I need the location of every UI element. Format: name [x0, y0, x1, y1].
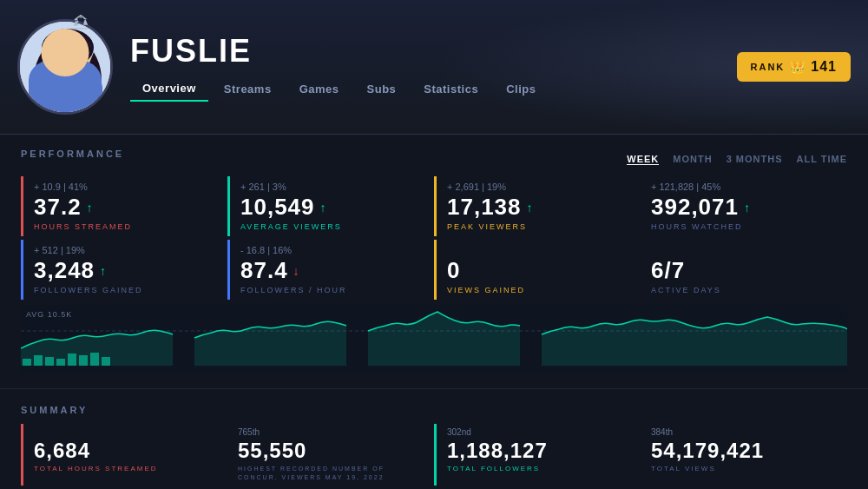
- svg-point-9: [56, 58, 61, 65]
- summary-rank-followers: 302nd: [447, 427, 630, 437]
- svg-point-7: [54, 56, 62, 67]
- svg-point-6: [71, 54, 83, 68]
- stat-value-days: 6/7: [651, 257, 837, 284]
- summary-rank-hours: [34, 427, 217, 437]
- stat-label-days: ACTIVE DAYS: [651, 286, 837, 294]
- stat-active-days: 6/7 ACTIVE DAYS: [641, 240, 847, 300]
- summary-highest-viewers: 765th 55,550 HIGHEST RECORDED NUMBER OF …: [227, 424, 434, 486]
- svg-rect-17: [45, 357, 54, 366]
- summary-label-highest: HIGHEST RECORDED NUMBER OF CONCUR. VIEWE…: [238, 465, 424, 482]
- arrow-up-icon-3: ↑: [527, 201, 534, 215]
- stat-views-gained: 0 VIEWS GAINED: [434, 240, 641, 300]
- summary-label-views: TOTAL VIEWS: [651, 465, 837, 472]
- svg-point-8: [73, 56, 82, 67]
- stat-peak-viewers: + 2,691 | 19% 17,138 ↑ PEAK VIEWERS: [434, 176, 641, 236]
- stat-value-peak: 17,138 ↑: [447, 194, 630, 221]
- time-filters: WEEK MONTH 3 MONTHS ALL TIME: [627, 154, 847, 165]
- stat-value-avg: 10,549 ↑: [240, 194, 424, 221]
- tab-games[interactable]: Games: [287, 76, 352, 102]
- crown-icon: 👑: [790, 60, 806, 74]
- arrow-down-icon: ↓: [293, 264, 300, 278]
- stat-hours-watched: + 121,828 | 45% 392,071 ↑ HOURS WATCHED: [641, 176, 847, 236]
- stat-followers-gained: + 512 | 19% 3,248 ↑ FOLLOWERS GAINED: [21, 240, 227, 300]
- performance-title: PERFORMANCE: [21, 149, 124, 159]
- summary-grid: 6,684 TOTAL HOURS STREAMED 765th 55,550 …: [21, 424, 847, 486]
- svg-rect-20: [79, 355, 88, 366]
- svg-point-10: [75, 58, 80, 65]
- stat-change-hours: + 10.9 | 41%: [34, 182, 217, 192]
- stat-change-fph: - 16.8 | 16%: [240, 245, 424, 255]
- header-info: FUSLIE Overview Streams Games Subs Stati…: [130, 33, 737, 102]
- summary-rank-highest: 765th: [238, 427, 424, 437]
- stat-label-fph: FOLLOWERS / HOUR: [240, 286, 424, 294]
- nav-tabs: Overview Streams Games Subs Statistics C…: [130, 76, 737, 102]
- filter-alltime[interactable]: ALL TIME: [796, 154, 847, 165]
- chart-avg-label: AVG 10.5K: [26, 310, 72, 319]
- summary-total-hours: 6,684 TOTAL HOURS STREAMED: [21, 424, 227, 486]
- summary-total-views: 384th 54,179,421 TOTAL VIEWS: [641, 424, 847, 486]
- arrow-up-icon-2: ↑: [320, 201, 327, 215]
- summary-label-hours: TOTAL HOURS STREAMED: [34, 465, 217, 472]
- arrow-up-icon: ↑: [87, 201, 94, 215]
- summary-title: SUMMARY: [21, 405, 88, 415]
- svg-rect-18: [56, 359, 65, 366]
- svg-rect-2: [56, 69, 79, 87]
- svg-rect-16: [34, 355, 43, 366]
- chart-area: AVG 10.5K: [21, 305, 847, 374]
- tab-statistics[interactable]: Statistics: [411, 76, 490, 102]
- stat-change-watched: + 121,828 | 45%: [651, 182, 837, 192]
- stat-change-views: [447, 245, 630, 255]
- stat-label-peak: PEAK VIEWERS: [447, 222, 630, 231]
- avatar-image: [20, 22, 110, 112]
- filter-month[interactable]: MONTH: [673, 154, 712, 165]
- svg-point-12: [78, 59, 81, 62]
- stat-label-avg: AVERAGE VIEWERS: [240, 222, 424, 231]
- summary-label-followers: TOTAL FOLLOWERS: [447, 465, 630, 472]
- performance-header: PERFORMANCE WEEK MONTH 3 MONTHS ALL TIME: [21, 149, 847, 169]
- stats-row-1: + 10.9 | 41% 37.2 ↑ HOURS STREAMED + 261…: [21, 176, 847, 236]
- svg-rect-15: [23, 359, 31, 366]
- summary-total-followers: 302nd 1,188,127 TOTAL FOLLOWERS: [434, 424, 641, 486]
- tab-subs[interactable]: Subs: [355, 76, 409, 102]
- stat-value-hours: 37.2 ↑: [34, 194, 217, 221]
- streamer-name: FUSLIE: [130, 33, 737, 69]
- arrow-up-icon-5: ↑: [100, 264, 107, 278]
- rank-label: RANK: [751, 62, 786, 72]
- stats-row-2: + 512 | 19% 3,248 ↑ FOLLOWERS GAINED - 1…: [21, 240, 847, 300]
- stat-label-followers: FOLLOWERS GAINED: [34, 286, 217, 294]
- summary-rank-views: 384th: [651, 427, 837, 437]
- stat-value-views: 0: [447, 257, 630, 284]
- svg-point-3: [43, 35, 92, 87]
- main-content: PERFORMANCE WEEK MONTH 3 MONTHS ALL TIME…: [0, 135, 868, 388]
- tab-clips[interactable]: Clips: [494, 76, 548, 102]
- svg-rect-21: [90, 353, 99, 366]
- filter-3months[interactable]: 3 MONTHS: [727, 154, 783, 165]
- tab-overview[interactable]: Overview: [130, 76, 208, 102]
- stat-change-peak: + 2,691 | 19%: [447, 182, 630, 192]
- scale-icon: [71, 12, 90, 35]
- stat-value-watched: 392,071 ↑: [651, 194, 837, 221]
- stat-value-followers: 3,248 ↑: [34, 257, 217, 284]
- chart-svg: [21, 305, 847, 374]
- stat-avg-viewers: + 261 | 3% 10,549 ↑ AVERAGE VIEWERS: [227, 176, 434, 236]
- stat-change-days: [651, 245, 837, 255]
- summary-section: SUMMARY 6,684 TOTAL HOURS STREAMED 765th…: [0, 388, 868, 489]
- rank-badge: RANK 👑 141: [737, 52, 851, 82]
- stat-change-followers: + 512 | 19%: [34, 245, 217, 255]
- stat-label-watched: HOURS WATCHED: [651, 222, 837, 231]
- svg-rect-1: [33, 78, 102, 112]
- stat-label-hours: HOURS STREAMED: [34, 222, 217, 231]
- summary-value-followers: 1,188,127: [447, 439, 630, 463]
- summary-value-hours: 6,684: [34, 439, 217, 463]
- svg-point-11: [59, 59, 62, 62]
- tab-streams[interactable]: Streams: [212, 76, 284, 102]
- filter-week[interactable]: WEEK: [627, 154, 659, 165]
- arrow-up-icon-4: ↑: [744, 201, 751, 215]
- svg-rect-19: [68, 354, 76, 366]
- stat-label-views: VIEWS GAINED: [447, 286, 630, 294]
- stat-value-fph: 87.4 ↓: [240, 257, 424, 284]
- stat-followers-hour: - 16.8 | 16% 87.4 ↓ FOLLOWERS / HOUR: [227, 240, 434, 300]
- svg-rect-22: [102, 357, 110, 366]
- rank-number: 141: [811, 59, 837, 75]
- stat-hours-streamed: + 10.9 | 41% 37.2 ↑ HOURS STREAMED: [21, 176, 227, 236]
